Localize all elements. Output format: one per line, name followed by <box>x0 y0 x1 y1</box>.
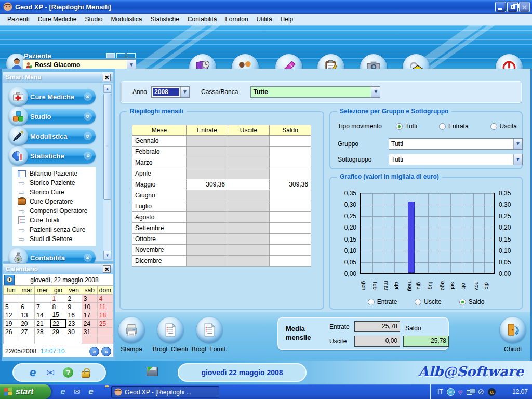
calendar-day-cell[interactable] <box>82 336 97 344</box>
chevron-down-icon[interactable]: » <box>84 112 92 121</box>
table-row[interactable]: Marzo <box>132 157 311 168</box>
bottom-button-brogl-fornit[interactable]: Brogl. Fornit. <box>183 317 235 353</box>
save-export-icon[interactable] <box>147 367 158 376</box>
calendar-day-cell[interactable]: 7 <box>35 303 50 311</box>
calendar-day-cell[interactable] <box>35 336 50 344</box>
calendar-day-cell[interactable]: 9 <box>66 303 82 311</box>
menu-help[interactable]: Help <box>276 14 298 24</box>
cassa-dropdown-arrow[interactable]: ▼ <box>371 87 380 97</box>
calendar-day-cell[interactable]: 21 <box>35 320 50 328</box>
calendar-day-cell[interactable]: 31 <box>82 328 97 336</box>
table-row[interactable]: Maggio309,36309,36 <box>132 179 311 190</box>
quicklaunch-browser2-icon[interactable]: e <box>86 387 96 396</box>
calendar-day-cell[interactable]: 27 <box>19 328 35 336</box>
calendar-day-cell[interactable]: 14 <box>35 311 50 320</box>
calendar-day-cell[interactable]: 16 <box>66 311 82 320</box>
toolbar-button-chiudi[interactable]: Chiudi <box>481 54 532 69</box>
sidebar-item-bilancio-paziente[interactable]: Bilancio Paziente <box>14 169 95 178</box>
browser-icon[interactable]: e <box>27 367 38 378</box>
chart-radio-entrate[interactable]: Entrate <box>368 298 397 305</box>
scroll-down-icon[interactable]: ▼ <box>103 251 111 259</box>
smart-menu-close-icon[interactable]: ✕ <box>103 74 111 81</box>
tray-network-icon[interactable] <box>467 389 474 395</box>
restore-button[interactable] <box>507 2 518 12</box>
calendar-day-cell[interactable]: 13 <box>19 311 35 320</box>
monthly-table[interactable]: MeseEntrateUsciteSaldoGennaioFebbraioMar… <box>132 125 311 267</box>
calendar-grid[interactable]: lunmarmergiovensabdom1234567891011121314… <box>3 286 113 344</box>
sidebar-item-storico-cure[interactable]: Storico Cure <box>14 188 95 197</box>
calendar-day-cell[interactable]: 8 <box>50 303 66 311</box>
calendar-day-cell[interactable]: 5 <box>4 303 19 311</box>
sidebar-item-storico-paziente[interactable]: Storico Paziente <box>14 178 95 188</box>
calendar-day-cell[interactable]: 15 <box>50 311 66 320</box>
table-row[interactable]: Novembre <box>132 245 311 256</box>
sidebar-group-studio[interactable]: Studio» <box>11 109 96 124</box>
mail-icon[interactable]: ✉ <box>45 367 56 378</box>
menu-statistiche[interactable]: Statistiche <box>146 14 183 24</box>
menu-contabilit[interactable]: Contabilità <box>183 14 221 24</box>
sidebar-item-studi-di-settore[interactable]: Studi di Settore <box>14 234 95 244</box>
sidebar-group-modulistica[interactable]: Modulistica» <box>11 128 96 144</box>
sidebar-item-cure-totali[interactable]: Cure Totali <box>14 216 95 225</box>
tray-collapse-icon[interactable]: « <box>447 388 455 396</box>
calendar-day-cell[interactable]: 30 <box>66 328 82 336</box>
chevron-down-icon[interactable]: » <box>84 92 92 101</box>
close-button[interactable]: ✕ <box>519 2 530 12</box>
help-icon[interactable]: ? <box>63 367 73 378</box>
chevron-up-icon[interactable]: » <box>84 152 92 160</box>
sottogruppo-combobox[interactable]: Tutti ▼ <box>389 154 523 165</box>
calendar-day-cell[interactable]: 26 <box>4 328 19 336</box>
tipo-radio-uscita[interactable]: Uscita <box>490 123 517 130</box>
menu-fornitori[interactable]: Fornitori <box>221 14 252 24</box>
tray-language[interactable]: IT <box>437 388 443 395</box>
calendar-close-icon[interactable]: ✕ <box>103 265 111 273</box>
chevron-down-icon[interactable]: » <box>84 254 92 262</box>
scroll-up-icon[interactable]: ▲ <box>103 85 111 93</box>
sidebar-item-pazienti-senza-cure[interactable]: Pazienti senza Cure <box>14 225 95 234</box>
table-row[interactable]: Febbraio <box>132 147 311 157</box>
tipo-radio-tutti[interactable]: Tutti <box>396 123 417 130</box>
table-row[interactable]: Aprile <box>132 168 311 179</box>
calendar-day-cell[interactable]: 12 <box>4 311 19 320</box>
sidebar-item-cure-operatore[interactable]: Cure Operatore <box>14 197 95 206</box>
calendar-day-cell[interactable] <box>50 336 66 344</box>
chart-radio-saldo[interactable]: Saldo <box>459 298 485 305</box>
chart-radio-uscite[interactable]: Uscite <box>415 298 441 305</box>
chevron-down-icon[interactable]: » <box>84 132 92 140</box>
quicklaunch-browser-icon[interactable]: e <box>58 387 68 396</box>
calendar-day-cell[interactable]: 19 <box>4 320 19 328</box>
calendar-day-cell[interactable]: 23 <box>66 320 82 328</box>
table-row[interactable]: Agosto <box>132 212 311 223</box>
toolbar-button-radiografia[interactable]: Radiografia <box>388 54 445 69</box>
calendar-day-cell[interactable]: 1 <box>50 295 66 303</box>
paziente-combobox[interactable]: Rossi Giacomo ▼ <box>23 59 136 69</box>
table-row[interactable]: Dicembre <box>132 256 311 267</box>
sidebar-group-cure-mediche[interactable]: Cure Mediche» <box>11 89 96 104</box>
calendar-day-cell[interactable]: 17 <box>82 311 97 320</box>
table-row[interactable]: Gennaio <box>132 136 311 147</box>
calendar-day-cell[interactable] <box>4 295 19 303</box>
sidebar-item-compensi-operatore[interactable]: Compensi Operatore <box>14 206 95 216</box>
anno-dropdown-arrow[interactable]: ▼ <box>180 87 189 97</box>
menu-cure-mediche[interactable]: Cure Mediche <box>34 14 81 24</box>
chiudi-bottom-button[interactable]: Chiudi <box>487 317 532 353</box>
minimize-button[interactable] <box>495 2 506 12</box>
calendar-day-cell[interactable]: 10 <box>82 303 97 311</box>
start-button[interactable]: start <box>0 384 51 399</box>
calendar-day-cell[interactable]: 11 <box>97 303 113 311</box>
cassa-combobox[interactable]: Tutte ▼ <box>250 86 380 98</box>
menu-studio[interactable]: Studio <box>81 14 107 24</box>
gruppo-dropdown-arrow[interactable]: ▼ <box>513 139 522 149</box>
scrollbar-thumb[interactable]: ≡ <box>103 94 111 200</box>
calendar-day-cell[interactable]: 2 <box>66 295 82 303</box>
calendar-day-cell[interactable]: 20 <box>19 320 35 328</box>
sottogruppo-dropdown-arrow[interactable]: ▼ <box>513 154 522 165</box>
calendar-day-cell[interactable] <box>19 336 35 344</box>
calendar-day-cell[interactable]: 3 <box>82 295 97 303</box>
lock-icon[interactable] <box>82 371 90 378</box>
calendar-day-cell[interactable]: 6 <box>19 303 35 311</box>
table-row[interactable]: Ottobre <box>132 234 311 245</box>
table-row[interactable]: Settembre <box>132 223 311 234</box>
menu-pazienti[interactable]: Pazienti <box>3 14 34 24</box>
calendar-selected-day[interactable]: 22 <box>50 320 66 328</box>
